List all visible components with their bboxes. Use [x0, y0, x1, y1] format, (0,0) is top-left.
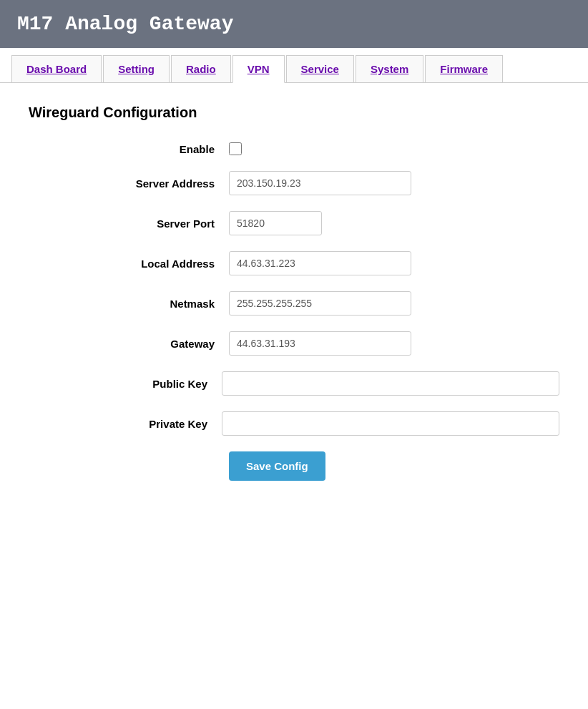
netmask-label: Netmask: [29, 298, 229, 310]
section-title: Wireguard Configuration: [29, 104, 559, 121]
nav-tabs: Dash Board Setting Radio VPN Service Sys…: [0, 55, 588, 83]
public-key-label: Public Key: [29, 378, 222, 390]
button-row: Save Config: [229, 451, 559, 481]
main-content: Wireguard Configuration Enable Server Ad…: [0, 83, 588, 502]
server-address-row: Server Address: [29, 171, 559, 195]
netmask-row: Netmask: [29, 291, 559, 316]
server-port-input[interactable]: [229, 211, 322, 235]
save-config-button[interactable]: Save Config: [229, 451, 325, 481]
tab-dashboard[interactable]: Dash Board: [11, 55, 102, 82]
private-key-row: Private Key: [29, 411, 559, 436]
enable-label: Enable: [29, 143, 229, 155]
local-address-row: Local Address: [29, 251, 559, 275]
private-key-input[interactable]: [222, 411, 559, 436]
gateway-label: Gateway: [29, 338, 229, 350]
server-port-label: Server Port: [29, 217, 229, 230]
server-port-row: Server Port: [29, 211, 559, 235]
enable-checkbox[interactable]: [229, 142, 242, 155]
app-title: M17 Analog Gateway: [17, 13, 233, 35]
netmask-input[interactable]: [229, 291, 411, 316]
enable-row: Enable: [29, 142, 559, 155]
private-key-label: Private Key: [29, 418, 222, 430]
app-header: M17 Analog Gateway: [0, 0, 588, 48]
gateway-input[interactable]: [229, 331, 411, 356]
tab-vpn[interactable]: VPN: [232, 55, 285, 83]
server-address-input[interactable]: [229, 171, 411, 195]
tab-setting[interactable]: Setting: [103, 55, 170, 82]
local-address-input[interactable]: [229, 251, 411, 275]
gateway-row: Gateway: [29, 331, 559, 356]
public-key-row: Public Key: [29, 371, 559, 396]
tab-radio[interactable]: Radio: [171, 55, 231, 82]
server-address-label: Server Address: [29, 177, 229, 190]
tab-system[interactable]: System: [356, 55, 423, 82]
local-address-label: Local Address: [29, 258, 229, 270]
public-key-input[interactable]: [222, 371, 559, 396]
tab-service[interactable]: Service: [286, 55, 354, 82]
tab-firmware[interactable]: Firmware: [425, 55, 503, 82]
